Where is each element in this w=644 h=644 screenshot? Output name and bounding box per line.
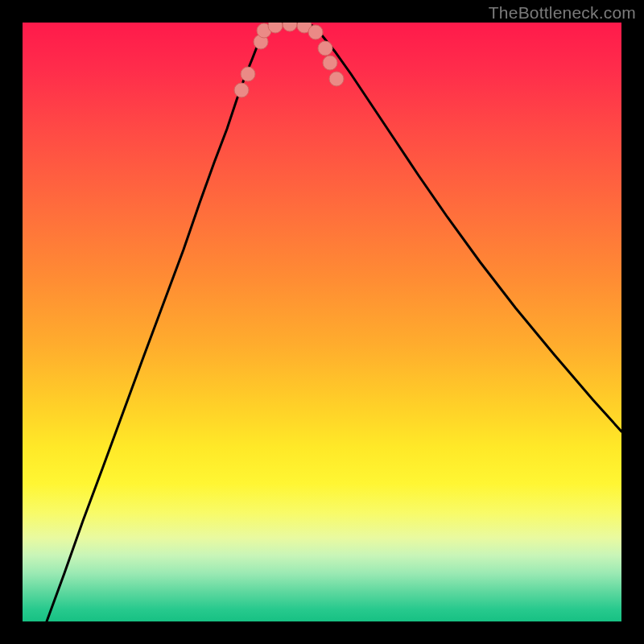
valley-marker-dot [308,25,323,39]
valley-marker-dot [283,23,297,31]
left-curve-path [47,26,266,621]
valley-marker-dot [241,67,255,81]
curve-group [47,23,621,621]
chart-frame: TheBottleneck.com [0,0,644,644]
valley-marker-dot [268,23,283,33]
bottleneck-curve-plot [23,23,621,621]
watermark-text: TheBottleneck.com [489,3,636,23]
valley-marker-dot [318,41,332,56]
valley-marker-dot [329,72,344,86]
valley-marker-dot [234,83,249,97]
plot-area [23,23,621,621]
valley-marker-dot [323,56,337,70]
right-curve-path [312,26,621,431]
